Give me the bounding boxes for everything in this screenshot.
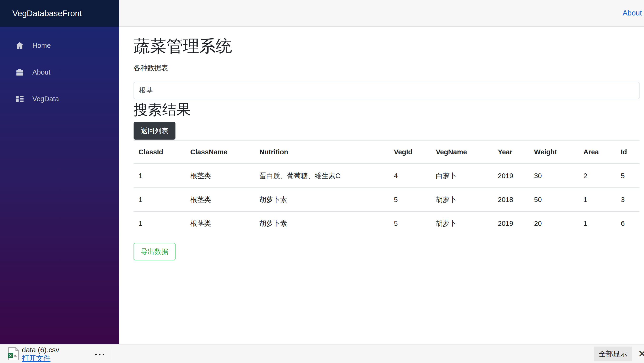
top-header: About xyxy=(119,0,644,27)
cell: 根茎类 xyxy=(185,164,254,188)
cell: 4 xyxy=(389,164,431,188)
divider xyxy=(112,347,112,360)
download-more-button[interactable] xyxy=(92,350,107,359)
table-row: 1 根茎类 胡萝卜素 5 胡萝卜 2018 50 1 3 xyxy=(134,188,640,211)
cell: 胡萝卜 xyxy=(431,211,493,235)
results-heading: 搜索结果 xyxy=(134,101,640,118)
table-row: 1 根茎类 蛋白质、葡萄糖、维生素C 4 白萝卜 2019 30 2 5 xyxy=(134,164,640,188)
table-header-row: ClassId ClassName Nutrition VegId VegNam… xyxy=(134,140,640,164)
svg-text:X: X xyxy=(9,353,12,358)
cell: 5 xyxy=(616,164,640,188)
cell: 白萝卜 xyxy=(431,164,493,188)
sidebar-nav: Home About VegData xyxy=(0,27,119,344)
cell: 2019 xyxy=(493,211,529,235)
cell: 1 xyxy=(134,188,185,211)
sidebar-item-label: VegData xyxy=(32,95,59,103)
cell: 2 xyxy=(578,164,616,188)
app-screen: VegDatabaseFront Home About VegData xyxy=(0,0,644,363)
open-file-link[interactable]: 打开文件 xyxy=(22,354,59,362)
main-content: 蔬菜管理系统 各种数据表 搜索结果 返回列表 ClassId ClassName… xyxy=(119,27,644,344)
sidebar-item-label: About xyxy=(32,68,50,76)
back-to-list-button[interactable]: 返回列表 xyxy=(134,122,176,140)
results-table: ClassId ClassName Nutrition VegId VegNam… xyxy=(134,140,640,235)
briefcase-icon xyxy=(15,68,24,77)
cell: 3 xyxy=(616,188,640,211)
download-bar: a, X data (6).csv 打开文件 全部显示 ✕ xyxy=(0,344,644,363)
svg-text:a,: a, xyxy=(14,353,17,358)
column-header: Id xyxy=(616,140,640,164)
download-item: data (6).csv 打开文件 xyxy=(22,345,59,362)
close-download-bar-button[interactable]: ✕ xyxy=(636,348,644,360)
page-title: 蔬菜管理系统 xyxy=(134,37,640,56)
column-header: ClassId xyxy=(134,140,185,164)
cell: 1 xyxy=(134,211,185,235)
column-header: Year xyxy=(493,140,529,164)
home-icon xyxy=(15,41,24,50)
download-filename: data (6).csv xyxy=(22,345,59,354)
cell: 1 xyxy=(134,164,185,188)
sidebar-item-about[interactable]: About xyxy=(0,59,119,86)
column-header: VegName xyxy=(431,140,493,164)
excel-csv-file-icon: a, X xyxy=(8,347,19,360)
cell: 50 xyxy=(529,188,578,211)
cell: 胡萝卜素 xyxy=(254,211,389,235)
cell: 5 xyxy=(389,188,431,211)
cell: 2019 xyxy=(493,164,529,188)
export-data-button[interactable]: 导出数据 xyxy=(134,243,176,260)
cell: 1 xyxy=(578,211,616,235)
ellipsis-icon xyxy=(95,354,104,355)
column-header: Area xyxy=(578,140,616,164)
cell: 5 xyxy=(389,211,431,235)
cell: 6 xyxy=(616,211,640,235)
list-icon xyxy=(15,94,24,103)
cell: 30 xyxy=(529,164,578,188)
app-brand: VegDatabaseFront xyxy=(0,0,119,27)
close-icon: ✕ xyxy=(638,348,644,359)
cell: 胡萝卜素 xyxy=(254,188,389,211)
column-header: Weight xyxy=(529,140,578,164)
sidebar-item-label: Home xyxy=(32,42,51,50)
search-input[interactable] xyxy=(134,82,640,99)
cell: 1 xyxy=(578,188,616,211)
cell: 20 xyxy=(529,211,578,235)
cell: 胡萝卜 xyxy=(431,188,493,211)
table-row: 1 根茎类 胡萝卜素 5 胡萝卜 2019 20 1 6 xyxy=(134,211,640,235)
sidebar: VegDatabaseFront Home About VegData xyxy=(0,0,119,344)
column-header: VegId xyxy=(389,140,431,164)
column-header: ClassName xyxy=(185,140,254,164)
column-header: Nutrition xyxy=(254,140,389,164)
cell: 蛋白质、葡萄糖、维生素C xyxy=(254,164,389,188)
cell: 根茎类 xyxy=(185,188,254,211)
about-link[interactable]: About xyxy=(622,9,642,18)
sidebar-item-home[interactable]: Home xyxy=(0,32,119,59)
show-all-downloads-button[interactable]: 全部显示 xyxy=(594,346,632,361)
sidebar-item-vegdata[interactable]: VegData xyxy=(0,86,119,112)
cell: 2018 xyxy=(493,188,529,211)
page-subtitle: 各种数据表 xyxy=(134,63,640,73)
cell: 根茎类 xyxy=(185,211,254,235)
